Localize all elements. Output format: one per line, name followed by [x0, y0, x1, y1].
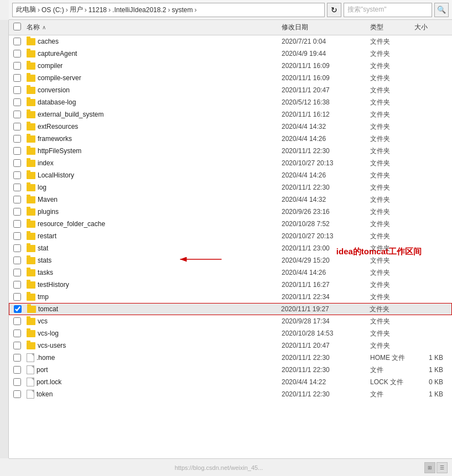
table-row[interactable]: tomcat2020/11/1 19:27文件夹 — [9, 303, 452, 315]
table-row[interactable]: log2020/11/1 22:30文件夹 — [9, 181, 452, 193]
table-row[interactable]: database-log2020/5/12 16:38文件夹 — [9, 96, 452, 108]
folder-icon — [27, 245, 35, 252]
refresh-button[interactable]: ↻ — [327, 3, 341, 17]
row-checkbox[interactable] — [13, 111, 21, 118]
table-row[interactable]: caches2020/7/21 0:04文件夹 — [9, 35, 452, 48]
row-checkbox[interactable] — [13, 257, 21, 264]
table-row[interactable]: frameworks2020/4/4 14:26文件夹 — [9, 133, 452, 145]
table-row[interactable]: vcs-users2020/11/1 20:47文件夹 — [9, 339, 452, 352]
table-row[interactable]: httpFileSystem2020/11/1 22:30文件夹 — [9, 145, 452, 157]
table-row[interactable]: stat2020/11/1 23:00文件夹 — [9, 242, 452, 254]
row-checkbox[interactable] — [13, 38, 21, 45]
file-name: captureAgent — [38, 50, 77, 57]
row-checkbox[interactable] — [13, 171, 21, 179]
row-checkbox[interactable] — [13, 317, 21, 325]
grid-view-button[interactable]: ⊞ — [424, 462, 435, 473]
table-row[interactable]: tasks2020/4/4 14:26文件夹 — [9, 266, 452, 279]
table-row[interactable]: restart2020/10/27 20:13文件夹 — [9, 230, 452, 242]
file-name: database-log — [38, 98, 76, 106]
row-checkbox[interactable] — [13, 281, 21, 289]
table-row[interactable]: testHistory2020/11/1 16:27文件夹 — [9, 279, 452, 291]
file-date: 2020/11/1 23:00 — [282, 244, 370, 252]
table-row[interactable]: Maven2020/4/4 14:32文件夹 — [9, 193, 452, 206]
file-name: conversion — [38, 86, 70, 94]
path-sep-3: › — [85, 6, 87, 14]
row-checkbox[interactable] — [13, 50, 21, 57]
file-name: resource_folder_cache — [38, 220, 105, 228]
table-row[interactable]: stats2020/4/29 15:20文件夹 — [9, 254, 452, 266]
row-checkbox[interactable] — [13, 196, 21, 203]
file-date: 2020/11/1 19:27 — [281, 305, 370, 313]
file-type: 文件夹 — [370, 110, 414, 119]
table-row[interactable]: port.lock2020/4/4 14:22LOCK 文件0 KB — [9, 376, 452, 388]
row-checkbox[interactable] — [13, 98, 21, 106]
file-size: 1 KB — [414, 366, 448, 374]
file-date: 2020/4/4 14:32 — [282, 123, 370, 130]
table-row[interactable]: compile-server2020/11/1 16:09文件夹 — [9, 72, 452, 84]
row-checkbox[interactable] — [13, 74, 21, 82]
table-row[interactable]: LocalHistory2020/4/4 14:26文件夹 — [9, 169, 452, 181]
row-checkbox[interactable] — [13, 159, 21, 167]
path-sep-2: › — [66, 6, 68, 14]
table-row[interactable]: vcs-log2020/10/28 14:53文件夹 — [9, 327, 452, 339]
list-view-button[interactable]: ☰ — [437, 462, 448, 473]
file-date: 2020/10/28 14:53 — [282, 329, 370, 337]
table-row[interactable]: resource_folder_cache2020/10/28 7:52文件夹 — [9, 218, 452, 230]
row-checkbox[interactable] — [13, 342, 21, 349]
file-type: 文件夹 — [370, 195, 414, 205]
file-date: 2020/11/1 22:30 — [282, 354, 370, 362]
table-row[interactable]: plugins2020/9/26 23:16文件夹 — [9, 206, 452, 218]
file-date: 2020/11/1 20:47 — [282, 86, 370, 94]
folder-icon — [27, 62, 35, 70]
address-path[interactable]: 此电脑 › OS (C:) › 用户 › 11218 › .IntelliJId… — [12, 3, 325, 17]
table-row[interactable]: external_build_system2020/11/1 16:12文件夹 — [9, 108, 452, 121]
row-checkbox[interactable] — [13, 293, 21, 301]
row-checkbox[interactable] — [13, 354, 21, 362]
file-date: 2020/11/1 22:34 — [282, 293, 370, 301]
select-all-checkbox[interactable] — [13, 23, 21, 30]
folder-icon — [27, 75, 35, 82]
csdn-link: https://blog.csdn.net/weixin_45... — [175, 464, 263, 471]
path-part-computer: 此电脑 — [16, 5, 36, 14]
file-type: 文件夹 — [370, 341, 414, 351]
column-header: 名称 ∧ 修改日期 类型 大小 — [9, 20, 452, 35]
row-checkbox[interactable] — [13, 390, 21, 398]
address-bar: 此电脑 › OS (C:) › 用户 › 11218 › .IntelliJId… — [9, 0, 452, 20]
file-date: 2020/5/12 16:38 — [282, 98, 370, 106]
file-type: 文件夹 — [370, 134, 414, 144]
row-checkbox[interactable] — [13, 220, 21, 228]
row-checkbox[interactable] — [14, 305, 22, 313]
search-button[interactable]: 🔍 — [434, 3, 449, 17]
table-row[interactable]: extResources2020/4/4 14:32文件夹 — [9, 121, 452, 133]
table-row[interactable]: compiler2020/11/1 16:09文件夹 — [9, 60, 452, 72]
row-checkbox[interactable] — [13, 123, 21, 130]
row-checkbox[interactable] — [13, 62, 21, 70]
file-name: port — [37, 366, 48, 374]
folder-icon — [27, 306, 36, 313]
row-checkbox[interactable] — [13, 208, 21, 216]
table-row[interactable]: index2020/10/27 20:13文件夹 — [9, 157, 452, 169]
table-row[interactable]: .home2020/11/1 22:30HOME 文件1 KB — [9, 352, 452, 364]
row-checkbox[interactable] — [13, 147, 21, 155]
table-row[interactable]: conversion2020/11/1 20:47文件夹 — [9, 84, 452, 96]
row-checkbox[interactable] — [13, 86, 21, 94]
row-checkbox[interactable] — [13, 232, 21, 240]
file-date: 2020/4/4 14:32 — [282, 196, 370, 203]
row-checkbox[interactable] — [13, 269, 21, 276]
file-icon — [27, 378, 34, 386]
table-row[interactable]: port2020/11/1 22:30文件1 KB — [9, 364, 452, 376]
table-row[interactable]: token2020/11/1 22:30文件1 KB — [9, 388, 452, 400]
table-row[interactable]: captureAgent2020/4/9 19:44文件夹 — [9, 48, 452, 60]
folder-icon — [27, 342, 35, 349]
row-checkbox[interactable] — [13, 244, 21, 252]
path-sep-1: › — [38, 6, 40, 14]
left-nav-strip — [0, 20, 9, 458]
row-checkbox[interactable] — [13, 135, 21, 143]
row-checkbox[interactable] — [13, 184, 21, 191]
row-checkbox[interactable] — [13, 366, 21, 374]
table-row[interactable]: tmp2020/11/1 22:34文件夹 — [9, 291, 452, 303]
row-checkbox[interactable] — [13, 329, 21, 337]
row-checkbox[interactable] — [13, 378, 21, 386]
table-row[interactable]: vcs2020/9/28 17:34文件夹 — [9, 315, 452, 327]
folder-icon — [27, 111, 35, 118]
